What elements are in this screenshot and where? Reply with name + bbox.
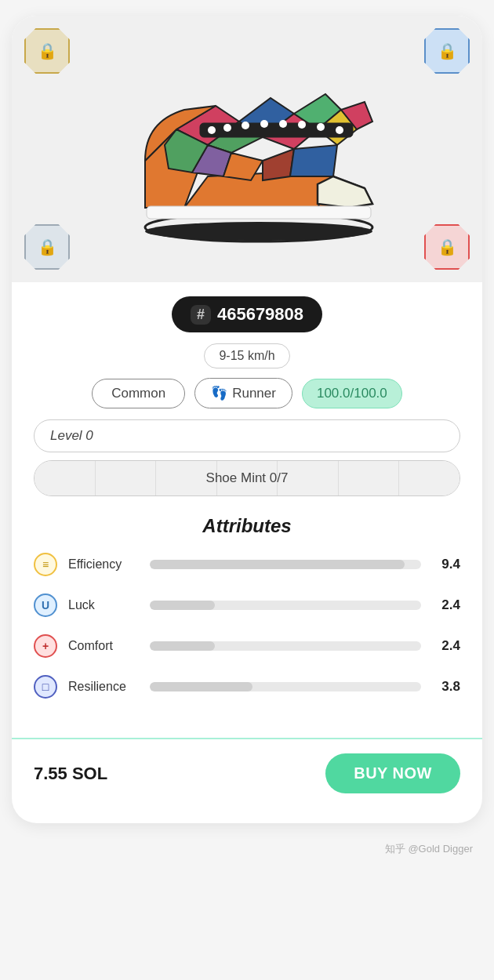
lock-icon-bottom-left: 🔒 bbox=[38, 238, 57, 256]
shoe-id: 465679808 bbox=[217, 304, 303, 325]
runner-label: Runner bbox=[232, 386, 276, 401]
attributes-container: ≡ Efficiency 9.4 U Luck 2.4 + Comfort 2.… bbox=[34, 553, 460, 699]
attr-bar-fill-comfort bbox=[150, 641, 215, 651]
id-badge: # 465679808 bbox=[34, 296, 460, 332]
svg-point-25 bbox=[317, 123, 325, 131]
attr-bar-luck bbox=[150, 601, 421, 610]
level-bar: Level 0 bbox=[34, 419, 460, 452]
lock-icon-top-right: 🔒 bbox=[438, 42, 457, 60]
svg-point-1 bbox=[145, 222, 372, 241]
attr-bar-fill-luck bbox=[150, 601, 215, 610]
id-pill: # 465679808 bbox=[172, 296, 322, 332]
attr-bar-comfort bbox=[150, 641, 421, 651]
attr-bar-fill-efficiency bbox=[150, 560, 405, 569]
mint-label: Shoe Mint 0/7 bbox=[206, 470, 289, 486]
tags-row: Common 👣 Runner 100.0/100.0 bbox=[34, 378, 460, 408]
category-tag: 👣 Runner bbox=[194, 378, 292, 408]
attr-bar-resilience bbox=[150, 682, 421, 691]
attr-val-comfort: 2.4 bbox=[432, 638, 460, 654]
price-label: 7.55 SOL bbox=[34, 764, 107, 784]
svg-marker-17 bbox=[318, 176, 372, 208]
attr-row-efficiency: ≡ Efficiency 9.4 bbox=[34, 553, 460, 576]
attr-val-efficiency: 9.4 bbox=[432, 557, 460, 572]
svg-point-22 bbox=[260, 120, 268, 128]
attr-bar-efficiency bbox=[150, 560, 421, 569]
svg-point-23 bbox=[279, 120, 287, 128]
info-area: # 465679808 9-15 km/h Common 👣 Runner 10… bbox=[12, 296, 482, 731]
attr-row-resilience: □ Resilience 3.8 bbox=[34, 675, 460, 699]
svg-point-19 bbox=[208, 126, 216, 134]
svg-marker-14 bbox=[263, 149, 294, 180]
svg-rect-18 bbox=[200, 123, 353, 137]
lock-icon-top-left: 🔒 bbox=[38, 42, 57, 60]
attr-icon-resilience: □ bbox=[34, 675, 57, 699]
runner-icon: 👣 bbox=[211, 385, 227, 401]
svg-point-24 bbox=[298, 121, 306, 129]
watermark: 知乎 @Gold Digger bbox=[12, 839, 482, 862]
sneaker-image bbox=[114, 51, 380, 247]
attributes-title: Attributes bbox=[34, 515, 460, 537]
attr-icon-comfort: + bbox=[34, 634, 57, 658]
attr-name-resilience: Resilience bbox=[68, 680, 139, 694]
id-hash: # bbox=[191, 305, 211, 325]
svg-point-21 bbox=[242, 122, 249, 129]
bottom-bar: 7.55 SOL BUY NOW bbox=[12, 738, 482, 808]
svg-point-26 bbox=[336, 126, 343, 134]
attr-name-luck: Luck bbox=[68, 598, 139, 612]
sneaker-display: 🔒 🔒 🔒 🔒 bbox=[12, 16, 482, 282]
type-tag: Common bbox=[92, 379, 185, 408]
attr-val-resilience: 3.8 bbox=[432, 679, 460, 695]
speed-row: 9-15 km/h bbox=[34, 343, 460, 368]
attr-val-luck: 2.4 bbox=[432, 597, 460, 613]
lock-badge-top-left: 🔒 bbox=[24, 28, 70, 74]
mint-bar: Shoe Mint 0/7 bbox=[34, 460, 460, 496]
attr-icon-efficiency: ≡ bbox=[34, 553, 57, 576]
attr-name-efficiency: Efficiency bbox=[68, 557, 139, 572]
svg-marker-4 bbox=[184, 172, 333, 208]
hp-tag: 100.0/100.0 bbox=[302, 379, 402, 408]
svg-marker-15 bbox=[290, 145, 337, 176]
buy-now-button[interactable]: BUY NOW bbox=[325, 753, 460, 793]
attr-row-comfort: + Comfort 2.4 bbox=[34, 634, 460, 658]
lock-badge-bottom-left: 🔒 bbox=[24, 224, 70, 270]
svg-rect-27 bbox=[147, 206, 371, 219]
speed-badge: 9-15 km/h bbox=[204, 343, 289, 368]
attr-icon-luck: U bbox=[34, 593, 57, 617]
attr-bar-fill-resilience bbox=[150, 682, 252, 691]
attr-name-comfort: Comfort bbox=[68, 639, 139, 653]
lock-icon-bottom-right: 🔒 bbox=[438, 238, 457, 256]
lock-badge-top-right: 🔒 bbox=[424, 28, 470, 74]
attr-row-luck: U Luck 2.4 bbox=[34, 593, 460, 617]
svg-point-20 bbox=[223, 124, 231, 132]
lock-badge-bottom-right: 🔒 bbox=[424, 224, 470, 270]
